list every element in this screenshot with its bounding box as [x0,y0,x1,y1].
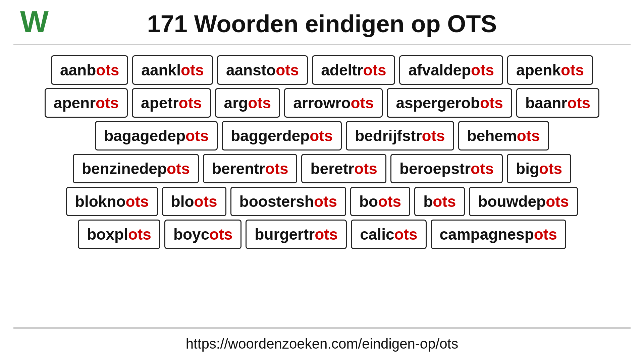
list-item: benzinedepots [73,154,199,183]
words-container: aanbots aanklots aanstoots adeltrots afv… [0,45,644,327]
list-item: campagnespots [431,220,566,249]
list-item: arrowroots [284,88,383,118]
list-item: argots [215,88,280,118]
list-item: boycots [164,220,241,249]
list-item: aanbots [51,55,128,85]
list-item: boots [350,187,410,216]
word-row-6: boxplots boycots burgertrots calicots ca… [78,220,566,249]
logo: W [20,7,49,37]
list-item: calicots [351,220,426,249]
list-item: baanrots [516,88,599,118]
list-item: burgertrots [246,220,347,249]
list-item: adeltrots [312,55,395,85]
word-row-4: benzinedepots berentrots beretrots beroe… [73,154,571,183]
page-title: 171 Woorden eindigen op OTS [147,10,497,38]
footer-url: https://woordenzoeken.com/eindigen-op/ot… [13,328,631,362]
list-item: baggerdepots [222,121,342,150]
list-item: behemots [458,121,549,150]
list-item: apenkots [507,55,593,85]
list-item: bigots [507,154,571,183]
word-row-3: bagagedepots baggerdepots bedrijfstrots … [95,121,549,150]
word-row-5: bloknoots bloots boostershots boots bots… [66,187,578,216]
list-item: apetrots [132,88,211,118]
list-item: apenrots [45,88,128,118]
list-item: bagagedepots [95,121,218,150]
list-item: bloots [162,187,226,216]
list-item: berentrots [203,154,297,183]
list-item: afvaldepots [399,55,503,85]
header: W 171 Woorden eindigen op OTS [0,0,644,44]
list-item: aanklots [132,55,213,85]
list-item: bedrijfstrots [346,121,454,150]
list-item: bots [414,187,465,216]
list-item: boxplots [78,220,160,249]
list-item: beroepstrots [390,154,503,183]
word-row-1: aanbots aanklots aanstoots adeltrots afv… [51,55,593,85]
list-item: bloknoots [66,187,158,216]
word-row-2: apenrots apetrots argots arrowroots aspe… [45,88,599,118]
list-item: beretrots [301,154,386,183]
list-item: aanstoots [217,55,308,85]
list-item: bouwdepots [469,187,578,216]
list-item: boostershots [230,187,346,216]
list-item: aspergerobots [387,88,512,118]
